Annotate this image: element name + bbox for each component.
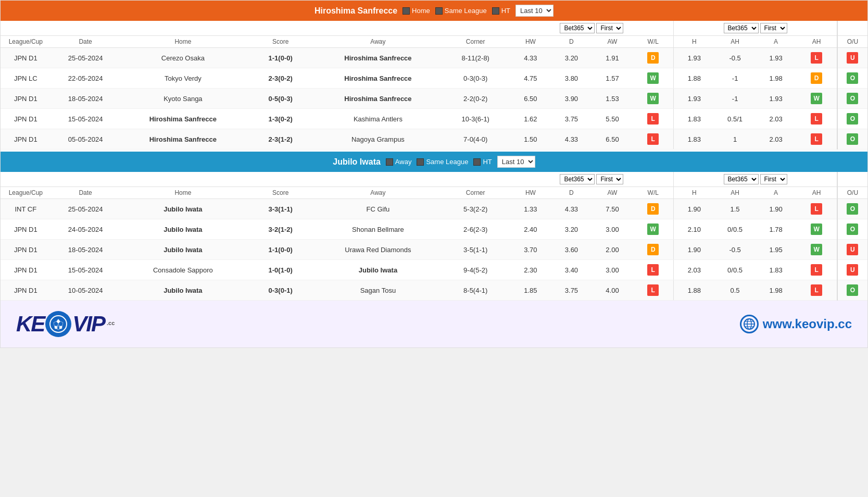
corner: 0-3(0-3) — [441, 68, 510, 89]
hiroshima-bet1-select[interactable]: Bet365 — [560, 23, 595, 33]
hiroshima-home-check[interactable]: Home — [402, 7, 430, 15]
ah2-val: L — [796, 109, 837, 129]
d-val: 3.75 — [551, 280, 592, 301]
hiroshima-first2-select[interactable]: First — [760, 23, 787, 33]
hiroshima-last-dropdown[interactable]: Last 10 Last 5 Last 20 — [515, 5, 553, 17]
col-score-j: Score — [246, 187, 315, 199]
hiroshima-bet2-group: Bet365 First — [674, 21, 837, 36]
d-val: 4.33 — [551, 129, 592, 150]
home-checkbox[interactable] — [402, 7, 410, 15]
score: 1-0(1-0) — [246, 260, 315, 280]
ou-val: O — [837, 219, 867, 240]
ah-val: -1 — [714, 68, 756, 89]
aw: 2.00 — [592, 240, 633, 260]
col-home-h: Home — [120, 36, 246, 48]
jubilo-ht-check[interactable]: HT — [473, 158, 492, 166]
globe-svg — [743, 318, 756, 330]
jubilo-controls-row: Bet365 First Bet365 First — [1, 172, 867, 187]
date: 15-05-2024 — [51, 260, 120, 280]
corner: 8-11(2-8) — [441, 48, 510, 68]
date: 18-05-2024 — [51, 240, 120, 260]
a-val: 1.98 — [756, 68, 797, 89]
ah-val: -0.5 — [714, 240, 756, 260]
hiroshima-team-name: Hiroshima Sanfrecce — [315, 6, 397, 16]
wl: L — [633, 260, 674, 280]
wl: W — [633, 89, 674, 109]
away: FC Gifu — [315, 199, 441, 219]
score: 1-3(0-2) — [246, 109, 315, 129]
d-val: 3.20 — [551, 48, 592, 68]
hiroshima-bet2-select[interactable]: Bet365 — [724, 23, 759, 33]
empty-1 — [1, 21, 51, 36]
hw: 2.30 — [510, 260, 551, 280]
a-val: 1.98 — [756, 280, 797, 301]
table-row: JPN D1 15-05-2024 Hiroshima Sanfrecce 1-… — [1, 109, 867, 129]
aw: 1.91 — [592, 48, 633, 68]
a-val: 1.95 — [756, 240, 797, 260]
league: JPN D1 — [1, 240, 51, 260]
date: 15-05-2024 — [51, 109, 120, 129]
col-away-h: Away — [315, 36, 441, 48]
league: JPN D1 — [1, 219, 51, 240]
h-val: 1.93 — [674, 48, 715, 68]
wl: D — [633, 240, 674, 260]
hw: 1.33 — [510, 199, 551, 219]
hw: 1.85 — [510, 280, 551, 301]
hiroshima-table: Bet365 First Bet365 First — [1, 21, 867, 150]
hiroshima-subheader-row: League/Cup Date Home Score Away Corner H… — [1, 36, 867, 48]
col-ou-h: O/U — [837, 36, 867, 48]
jubilo-first2-select[interactable]: First — [760, 174, 787, 184]
home-label: Home — [412, 7, 430, 15]
jubilo-bet2-group: Bet365 First — [674, 172, 837, 187]
date: 05-05-2024 — [51, 129, 120, 150]
table-row: JPN D1 18-05-2024 Jubilo Iwata 1-1(0-0) … — [1, 240, 867, 260]
a-val: 2.03 — [756, 129, 797, 150]
jubilo-last-dropdown[interactable]: Last 10 Last 5 Last 20 — [497, 156, 535, 168]
hiroshima-first1-select[interactable]: First — [596, 23, 623, 33]
ah-val: 1.5 — [714, 199, 756, 219]
wl: D — [633, 199, 674, 219]
jubilo-sameleague-check[interactable]: Same League — [417, 158, 468, 166]
hiroshima-sameleague-check[interactable]: Same League — [435, 7, 487, 15]
a-val: 1.83 — [756, 260, 797, 280]
date: 25-05-2024 — [51, 199, 120, 219]
table-row: JPN D1 10-05-2024 Jubilo Iwata 0-3(0-1) … — [1, 280, 867, 301]
main-container: Hiroshima Sanfrecce Home Same League HT … — [0, 0, 868, 348]
ah2-val: W — [796, 219, 837, 240]
svg-marker-5 — [59, 326, 62, 329]
a-val: 1.90 — [756, 199, 797, 219]
col-a-j: A — [756, 187, 797, 199]
a-val: 1.93 — [756, 89, 797, 109]
logo-cc-area: .cc — [107, 320, 115, 328]
jubilo-bet1-select[interactable]: Bet365 — [560, 174, 595, 184]
logo-cc-text: .cc — [107, 320, 115, 326]
league: JPN D1 — [1, 109, 51, 129]
ou-val: U — [837, 260, 867, 280]
hiroshima-controls-row: Bet365 First Bet365 First — [1, 21, 867, 36]
h-val: 2.03 — [674, 260, 715, 280]
h-val: 1.90 — [674, 199, 715, 219]
jubilo-first1-select[interactable]: First — [596, 174, 623, 184]
hiroshima-ht-check[interactable]: HT — [492, 7, 510, 15]
away-checkbox-j[interactable] — [386, 158, 393, 166]
col-d-j: D — [551, 187, 592, 199]
sameleague-checkbox-j[interactable] — [417, 158, 424, 166]
wl: W — [633, 219, 674, 240]
home: Kyoto Sanga — [120, 89, 246, 109]
col-away-j: Away — [315, 187, 441, 199]
ht-checkbox-j[interactable] — [473, 158, 481, 166]
ou-val: O — [837, 109, 867, 129]
col-hw-j: HW — [510, 187, 551, 199]
hw: 1.50 — [510, 129, 551, 150]
ah2-val: L — [796, 48, 837, 68]
ah2-val: L — [796, 129, 837, 150]
sameleague-checkbox[interactable] — [435, 7, 443, 15]
col-league-j: League/Cup — [1, 187, 51, 199]
col-wl-h: W/L — [633, 36, 674, 48]
wl: L — [633, 129, 674, 150]
jubilo-bet2-select[interactable]: Bet365 — [724, 174, 759, 184]
ht-checkbox[interactable] — [492, 7, 499, 15]
keovip-logo: KE VIP .cc — [16, 311, 115, 337]
score: 2-3(0-2) — [246, 68, 315, 89]
jubilo-away-check[interactable]: Away — [386, 158, 412, 166]
